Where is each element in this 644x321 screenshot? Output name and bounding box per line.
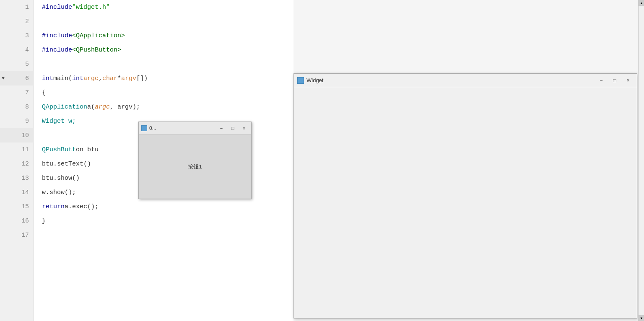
scrollbar-track: ▲ ▼ <box>638 0 644 321</box>
line-num-7: 7 <box>0 85 33 100</box>
widget-close-button[interactable]: × <box>623 76 634 85</box>
line-num-14: 14 <box>0 185 33 199</box>
popup-close-button[interactable]: × <box>239 124 249 132</box>
popup-button-label: 按钮1 <box>188 163 202 171</box>
code-line-2 <box>34 14 293 28</box>
popup-maximize-button[interactable]: □ <box>228 124 237 132</box>
code-line-15: return a.exec(); <box>34 199 293 214</box>
popup-window-title: 0... <box>149 125 215 131</box>
line-num-16: 16 <box>0 214 33 228</box>
code-line-4: #include <QPushButton> <box>34 43 293 57</box>
code-line-3: #include <QApplication> <box>34 28 293 43</box>
line-num-9: 9 <box>0 114 33 128</box>
code-line-1: #include "widget.h" <box>34 0 293 14</box>
code-line-16: } <box>34 214 293 228</box>
popup-content: 按钮1 <box>139 135 251 199</box>
widget-content <box>294 87 637 318</box>
scrollbar-up-button[interactable]: ▲ <box>639 0 644 6</box>
popup-titlebar: 0... − □ × <box>139 122 251 135</box>
code-line-17 <box>34 228 293 242</box>
line-num-1: 1 <box>0 0 33 14</box>
line-num-4: 4 <box>0 43 33 57</box>
line-num-11: 11 <box>0 142 33 157</box>
widget-window-icon <box>297 77 304 84</box>
line-num-10: 10 <box>0 128 33 142</box>
line-num-2: 2 <box>0 14 33 28</box>
line-numbers: 1 2 3 4 5 ▼6 7 8 9 10 11 12 13 14 15 16 … <box>0 0 34 321</box>
line-num-12: 12 <box>0 157 33 171</box>
line-num-5: 5 <box>0 57 33 71</box>
line-num-3: 3 <box>0 28 33 43</box>
widget-titlebar: Widget − □ × <box>294 74 637 87</box>
code-line-6: int main(int argc, char *argv[]) <box>34 71 293 85</box>
line-num-13: 13 <box>0 171 33 185</box>
code-line-7: { <box>34 85 293 100</box>
widget-window: Widget − □ × <box>293 73 637 318</box>
popup-window-icon <box>141 125 147 131</box>
widget-window-title: Widget <box>306 77 593 83</box>
widget-maximize-button[interactable]: □ <box>609 76 620 85</box>
line-num-15: 15 <box>0 199 33 214</box>
line-num-8: 8 <box>0 100 33 114</box>
scrollbar-down-button[interactable]: ▼ <box>639 315 644 321</box>
code-line-8: QApplication a(argc, argv); <box>34 100 293 114</box>
line-num-6: ▼6 <box>0 71 33 85</box>
code-line-5 <box>34 57 293 71</box>
popup-window: 0... − □ × 按钮1 <box>138 122 252 199</box>
line-num-17: 17 <box>0 228 33 242</box>
popup-minimize-button[interactable]: − <box>217 124 226 132</box>
widget-minimize-button[interactable]: − <box>596 76 607 85</box>
